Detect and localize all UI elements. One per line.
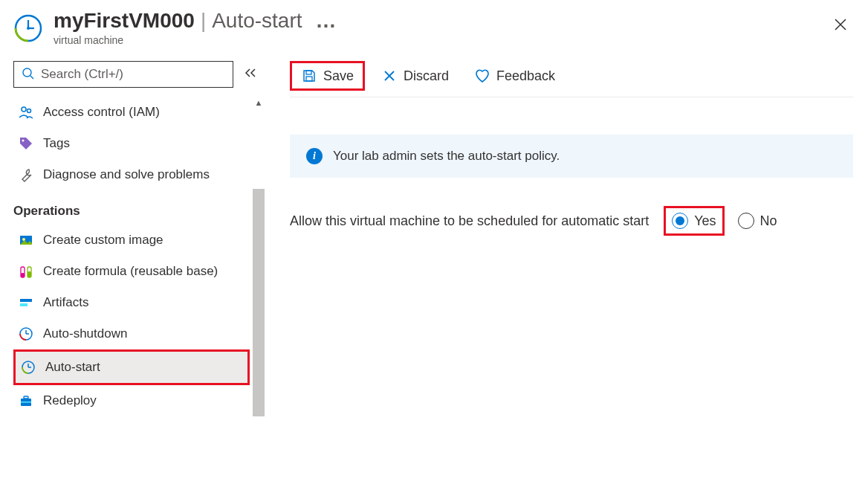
sidebar-item-label: Artifacts <box>43 295 88 310</box>
section-name: Auto-start <box>212 9 302 33</box>
sidebar-item-diagnose[interactable]: Diagnose and solve problems <box>13 159 250 190</box>
sidebar-item-label: Create formula (reusable base) <box>43 264 218 279</box>
save-button[interactable]: Save <box>290 61 365 91</box>
info-banner: i Your lab admin sets the auto-start pol… <box>290 135 853 178</box>
tag-icon <box>18 135 34 152</box>
sidebar-item-label: Access control (IAM) <box>43 105 160 120</box>
resource-type: virtual machine <box>54 34 816 46</box>
svg-rect-16 <box>20 303 27 306</box>
sidebar-item-label: Auto-shutdown <box>43 326 127 341</box>
sidebar-item-create-formula[interactable]: Create formula (reusable base) <box>13 256 250 287</box>
radio-dot <box>676 216 684 225</box>
search-icon <box>22 67 35 83</box>
scroll-up-arrow[interactable]: ▲ <box>253 97 265 109</box>
radio-yes-label: Yes <box>694 213 716 229</box>
discard-icon <box>381 68 398 84</box>
clock-shutdown-icon <box>18 326 34 342</box>
svg-rect-14 <box>27 271 31 277</box>
svg-rect-13 <box>21 273 25 277</box>
sidebar: Access control (IAM) Tags Diagnose and s… <box>0 54 268 488</box>
sidebar-item-tags[interactable]: Tags <box>13 128 250 159</box>
collapse-sidebar-button[interactable] <box>241 65 260 84</box>
info-icon: i <box>306 148 323 164</box>
sidebar-scrollbar[interactable]: ▲ <box>253 97 265 416</box>
sidebar-item-auto-shutdown[interactable]: Auto-shutdown <box>13 318 250 349</box>
svg-point-3 <box>27 27 30 30</box>
clock-start-icon <box>20 359 36 375</box>
feedback-label: Feedback <box>496 68 555 84</box>
search-box[interactable] <box>13 61 233 88</box>
sidebar-item-label: Tags <box>43 136 70 151</box>
radio-no-label: No <box>760 213 777 229</box>
sidebar-item-artifacts[interactable]: Artifacts <box>13 287 250 318</box>
discard-label: Discard <box>404 68 449 84</box>
sidebar-item-auto-start[interactable]: Auto-start <box>13 349 250 385</box>
svg-point-7 <box>27 109 31 113</box>
sidebar-item-access-control[interactable]: Access control (IAM) <box>13 97 250 128</box>
sidebar-item-create-custom-image[interactable]: Create custom image <box>13 225 250 256</box>
svg-rect-15 <box>20 299 32 302</box>
briefcase-icon <box>18 393 34 409</box>
people-icon <box>18 104 34 120</box>
sidebar-item-label: Diagnose and solve problems <box>43 167 210 182</box>
search-input[interactable] <box>41 67 225 82</box>
svg-rect-27 <box>306 77 312 81</box>
close-button[interactable] <box>826 13 855 39</box>
save-icon <box>301 68 317 84</box>
main-content: Save Discard Feedback i Your lab admin s… <box>268 54 868 488</box>
artifacts-icon <box>18 294 34 311</box>
discard-button[interactable]: Discard <box>372 63 458 88</box>
save-label: Save <box>323 68 354 84</box>
toolbar: Save Discard Feedback <box>290 61 853 97</box>
scrollbar-thumb[interactable] <box>253 189 265 416</box>
svg-rect-25 <box>21 402 31 403</box>
svg-line-5 <box>30 76 33 79</box>
setting-label: Allow this virtual machine to be schedul… <box>290 213 649 229</box>
wrench-icon <box>18 167 34 183</box>
auto-start-radio-group: Yes No <box>664 206 777 236</box>
sidebar-item-redeploy[interactable]: Redeploy <box>13 385 250 416</box>
sidebar-item-label: Redeploy <box>43 393 97 408</box>
svg-point-8 <box>22 140 25 142</box>
auto-start-setting-row: Allow this virtual machine to be schedul… <box>290 206 853 236</box>
sidebar-item-label: Auto-start <box>45 360 100 375</box>
radio-circle-unchecked <box>738 213 754 229</box>
svg-rect-24 <box>24 396 28 399</box>
svg-point-4 <box>23 68 31 77</box>
page-header: myFirstVM000 | Auto-start … virtual mach… <box>0 0 868 54</box>
radio-yes[interactable]: Yes <box>664 206 724 236</box>
sidebar-item-label: Create custom image <box>43 233 163 248</box>
heart-icon <box>474 68 490 84</box>
svg-point-6 <box>22 107 26 112</box>
title-separator: | <box>201 9 206 33</box>
radio-circle-checked <box>672 213 688 229</box>
resource-name: myFirstVM000 <box>54 9 195 33</box>
image-icon <box>18 232 34 248</box>
more-button[interactable]: … <box>308 9 337 33</box>
svg-point-10 <box>22 238 25 241</box>
resource-clock-icon <box>13 13 43 43</box>
formula-icon <box>18 263 34 280</box>
info-banner-text: Your lab admin sets the auto-start polic… <box>333 149 560 164</box>
feedback-button[interactable]: Feedback <box>465 63 564 88</box>
radio-no[interactable]: No <box>738 213 777 229</box>
sidebar-nav: Access control (IAM) Tags Diagnose and s… <box>13 97 268 416</box>
section-header-operations: Operations <box>13 190 250 225</box>
header-titles: myFirstVM000 | Auto-start … virtual mach… <box>54 9 816 46</box>
